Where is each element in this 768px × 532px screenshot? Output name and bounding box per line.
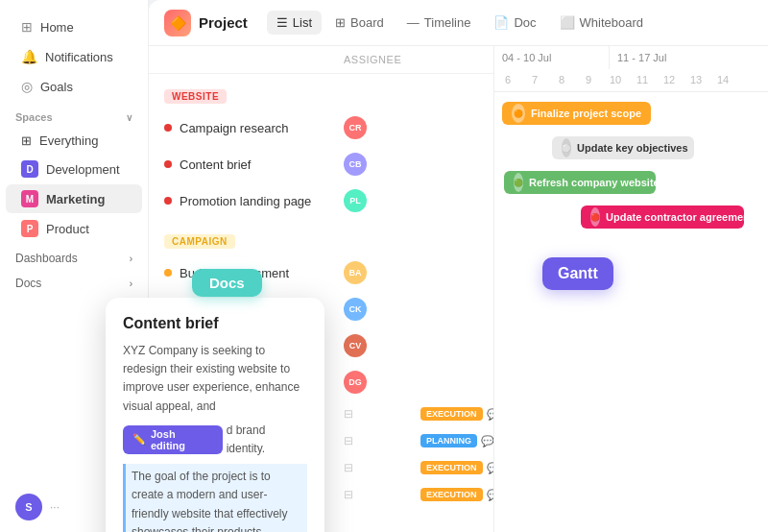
avatar[interactable]: S bbox=[15, 494, 42, 520]
chevron-right-icon: › bbox=[130, 254, 132, 264]
sidebar-item-home[interactable]: ⊞ Home bbox=[6, 12, 142, 41]
docs-label-bubble: Docs bbox=[192, 269, 262, 297]
tab-doc[interactable]: 📄 Doc bbox=[484, 11, 545, 35]
spaces-section: Spaces ∨ bbox=[0, 102, 148, 127]
gantt-row: 🟢 Refresh company website bbox=[494, 165, 768, 200]
assignee-avatar: CK bbox=[344, 298, 367, 321]
product-icon: P bbox=[21, 220, 38, 237]
more-dots-icon[interactable]: ··· bbox=[50, 500, 60, 514]
list-icon: ☰ bbox=[276, 15, 288, 30]
task-dot bbox=[164, 124, 172, 132]
gantt-header: 04 - 10 Jul 11 - 17 Jul 6 7 8 9 10 11 12… bbox=[494, 46, 768, 92]
task-item[interactable]: Content brief CB bbox=[149, 146, 493, 182]
sidebar-product-label: Product bbox=[46, 222, 89, 236]
sidebar-item-marketing[interactable]: M Marketing bbox=[6, 184, 142, 213]
gantt-day: 11 bbox=[629, 69, 656, 92]
edit-pencil-icon: ✏️ bbox=[132, 433, 146, 446]
sidebar-item-notifications[interactable]: 🔔 Notifications bbox=[6, 42, 142, 71]
gantt-bar-objectives[interactable]: ⚪ Update key objectives bbox=[552, 136, 694, 159]
assignee-avatar: DG bbox=[344, 371, 367, 394]
task-item[interactable]: Campaign research CR bbox=[149, 109, 493, 146]
tab-board[interactable]: ⊞ Board bbox=[325, 11, 394, 35]
editing-bar: ✏️ Josh editing bbox=[123, 425, 223, 454]
docs-section[interactable]: Docs › bbox=[0, 269, 148, 294]
home-icon: ⊞ bbox=[21, 19, 33, 35]
assignee-avatar: PL bbox=[344, 189, 367, 212]
gantt-tooltip: Gantt bbox=[542, 257, 613, 290]
project-icon: 🔶 bbox=[164, 10, 191, 36]
gantt-bars: 🟠 Finalize project scope ⚪ Update key ob… bbox=[494, 92, 768, 238]
sidebar-item-product[interactable]: P Product bbox=[6, 214, 142, 243]
tab-whiteboard[interactable]: ⬜ Whiteboard bbox=[550, 11, 653, 35]
gantt-row: 🟠 Finalize project scope bbox=[494, 96, 768, 131]
chevron-right-icon2: › bbox=[130, 278, 132, 289]
gantt-day: 13 bbox=[683, 69, 709, 92]
tab-timeline[interactable]: — Timeline bbox=[397, 11, 481, 35]
marketing-icon: M bbox=[21, 190, 38, 207]
assignee-avatar: BA bbox=[344, 261, 367, 284]
gantt-day: 6 bbox=[494, 69, 521, 92]
development-icon: D bbox=[21, 160, 38, 178]
gantt-bar-finalize[interactable]: 🟠 Finalize project scope bbox=[502, 102, 651, 125]
docs-continued-text: d brand identity. bbox=[227, 422, 307, 458]
gantt-row: ⚪ Update key objectives bbox=[494, 131, 768, 165]
gantt-day: 10 bbox=[602, 69, 629, 92]
goals-icon: ◎ bbox=[21, 79, 33, 94]
gantt-day: 8 bbox=[548, 69, 575, 92]
whiteboard-icon: ⬜ bbox=[560, 15, 575, 30]
docs-float-container: Docs Content brief XYZ Company is seekin… bbox=[106, 298, 324, 532]
gantt-row: 🔴 Update contractor agreement bbox=[494, 200, 768, 234]
sidebar-item-goals[interactable]: ◎ Goals bbox=[6, 72, 142, 101]
sidebar-everything-label: Everything bbox=[39, 133, 98, 148]
sidebar-item-development[interactable]: D Development bbox=[6, 155, 142, 183]
gantt-day: 7 bbox=[521, 69, 548, 92]
bell-icon: 🔔 bbox=[21, 49, 37, 64]
campaign-badge: CAMPAIGN bbox=[164, 234, 235, 249]
project-title: Project bbox=[199, 14, 248, 31]
assignee-col-header: ASSIGNEE bbox=[344, 54, 420, 65]
assignee-avatar: CB bbox=[344, 153, 367, 176]
assignee-avatar: CV bbox=[344, 334, 367, 357]
section-website: WEBSITE Campaign research CR Content bri… bbox=[149, 82, 493, 219]
task-dot bbox=[164, 160, 172, 168]
docs-card: Content brief XYZ Company is seeking to … bbox=[106, 298, 324, 532]
chevron-down-icon: ∨ bbox=[126, 112, 132, 123]
list-header: ASSIGNEE bbox=[149, 46, 493, 74]
sidebar-goals-label: Goals bbox=[40, 80, 73, 94]
gantt-day: 9 bbox=[575, 69, 602, 92]
gantt-bar-contractor[interactable]: 🔴 Update contractor agreement bbox=[581, 206, 744, 229]
docs-card-title: Content brief bbox=[123, 315, 307, 332]
sidebar-item-everything[interactable]: ⊞ Everything bbox=[6, 128, 142, 154]
doc-icon: 📄 bbox=[493, 15, 509, 30]
task-dot bbox=[164, 269, 172, 277]
task-item[interactable]: Promotion landing page PL bbox=[149, 182, 493, 219]
timeline-icon: — bbox=[407, 15, 420, 30]
gantt-bar-website[interactable]: 🟢 Refresh company website bbox=[504, 171, 656, 194]
gantt-day: 12 bbox=[656, 69, 683, 92]
tab-list[interactable]: ☰ List bbox=[267, 11, 322, 35]
week-label-1: 04 - 10 Jul bbox=[494, 46, 610, 69]
gantt-panel: 04 - 10 Jul 11 - 17 Jul 6 7 8 9 10 11 12… bbox=[494, 46, 768, 532]
week-label-2: 11 - 17 Jul bbox=[610, 46, 674, 69]
gantt-day: 14 bbox=[709, 69, 736, 92]
docs-highlight-text: The goal of the project is to create a m… bbox=[123, 464, 307, 532]
everything-icon: ⊞ bbox=[21, 133, 32, 148]
top-nav: 🔶 Project ☰ List ⊞ Board — Timeline 📄 Do… bbox=[149, 0, 768, 46]
sidebar-home-label: Home bbox=[40, 20, 74, 35]
assignee-avatar: CR bbox=[344, 116, 367, 139]
dashboards-section[interactable]: Dashboards › bbox=[0, 244, 148, 269]
sidebar-notifications-label: Notifications bbox=[45, 50, 113, 64]
board-icon: ⊞ bbox=[335, 15, 346, 30]
sidebar-marketing-label: Marketing bbox=[46, 192, 105, 206]
docs-card-text: XYZ Company is seeking to redesign their… bbox=[123, 342, 307, 416]
sidebar-development-label: Development bbox=[46, 162, 120, 177]
task-dot bbox=[164, 197, 172, 205]
website-badge: WEBSITE bbox=[164, 89, 227, 104]
